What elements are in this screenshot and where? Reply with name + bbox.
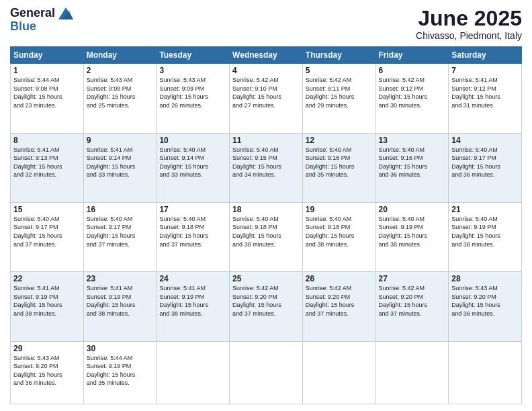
day-info: Sunrise: 5:43 AMSunset: 9:09 PMDaylight:… xyxy=(87,76,154,109)
col-monday: Monday xyxy=(83,47,157,64)
table-row: 27Sunrise: 5:42 AMSunset: 9:20 PMDayligh… xyxy=(375,272,449,341)
table-row: 4Sunrise: 5:42 AMSunset: 9:10 PMDaylight… xyxy=(230,64,303,133)
day-info: Sunrise: 5:42 AMSunset: 9:12 PMDaylight:… xyxy=(379,76,446,109)
day-number: 22 xyxy=(13,274,81,283)
day-info: Sunrise: 5:41 AMSunset: 9:19 PMDaylight:… xyxy=(13,284,81,318)
day-number: 25 xyxy=(232,274,300,283)
day-number: 6 xyxy=(379,66,446,75)
day-info: Sunrise: 5:40 AMSunset: 9:14 PMDaylight:… xyxy=(159,146,226,179)
table-row: 28Sunrise: 5:43 AMSunset: 9:20 PMDayligh… xyxy=(449,272,522,341)
day-info: Sunrise: 5:40 AMSunset: 9:17 PMDaylight:… xyxy=(13,215,81,248)
col-wednesday: Wednesday xyxy=(230,47,303,64)
day-number: 28 xyxy=(451,274,519,283)
day-info: Sunrise: 5:42 AMSunset: 9:11 PMDaylight:… xyxy=(306,76,373,109)
table-row xyxy=(157,341,230,404)
day-info: Sunrise: 5:40 AMSunset: 9:17 PMDaylight:… xyxy=(451,146,519,179)
day-number: 8 xyxy=(13,136,81,145)
table-row: 5Sunrise: 5:42 AMSunset: 9:11 PMDaylight… xyxy=(302,64,375,133)
day-info: Sunrise: 5:40 AMSunset: 9:15 PMDaylight:… xyxy=(232,146,300,179)
table-row: 1Sunrise: 5:44 AMSunset: 9:08 PMDaylight… xyxy=(11,64,84,133)
day-number: 14 xyxy=(451,136,519,145)
table-row xyxy=(302,341,375,404)
table-row: 18Sunrise: 5:40 AMSunset: 9:18 PMDayligh… xyxy=(230,202,303,271)
col-tuesday: Tuesday xyxy=(157,47,230,64)
table-row: 11Sunrise: 5:40 AMSunset: 9:15 PMDayligh… xyxy=(230,133,303,202)
logo-icon xyxy=(58,7,73,19)
day-info: Sunrise: 5:43 AMSunset: 9:20 PMDaylight:… xyxy=(451,284,519,318)
day-info: Sunrise: 5:41 AMSunset: 9:14 PMDaylight:… xyxy=(87,146,154,179)
calendar-week-row: 22Sunrise: 5:41 AMSunset: 9:19 PMDayligh… xyxy=(11,272,522,341)
table-row: 12Sunrise: 5:40 AMSunset: 9:16 PMDayligh… xyxy=(302,133,375,202)
table-row: 30Sunrise: 5:44 AMSunset: 9:19 PMDayligh… xyxy=(83,341,157,404)
day-number: 16 xyxy=(87,205,154,214)
col-sunday: Sunday xyxy=(11,47,84,64)
table-row: 8Sunrise: 5:41 AMSunset: 9:13 PMDaylight… xyxy=(11,133,84,202)
logo: General Blue xyxy=(10,7,73,34)
day-info: Sunrise: 5:42 AMSunset: 9:20 PMDaylight:… xyxy=(379,284,446,318)
table-row: 24Sunrise: 5:41 AMSunset: 9:19 PMDayligh… xyxy=(157,272,230,341)
calendar-header-row: Sunday Monday Tuesday Wednesday Thursday… xyxy=(11,47,522,64)
day-number: 9 xyxy=(87,136,154,145)
day-number: 13 xyxy=(379,136,446,145)
table-row xyxy=(230,341,303,404)
table-row: 9Sunrise: 5:41 AMSunset: 9:14 PMDaylight… xyxy=(83,133,157,202)
day-number: 19 xyxy=(306,205,373,214)
day-number: 30 xyxy=(87,344,154,353)
table-row xyxy=(449,341,522,404)
day-info: Sunrise: 5:42 AMSunset: 9:20 PMDaylight:… xyxy=(232,284,300,318)
day-number: 3 xyxy=(159,66,226,75)
col-saturday: Saturday xyxy=(449,47,522,64)
day-number: 17 xyxy=(159,205,226,214)
table-row: 25Sunrise: 5:42 AMSunset: 9:20 PMDayligh… xyxy=(230,272,303,341)
day-number: 12 xyxy=(306,136,373,145)
month-title: June 2025 xyxy=(416,7,522,30)
location: Chivasso, Piedmont, Italy xyxy=(416,30,522,41)
day-number: 24 xyxy=(159,274,226,283)
calendar-week-row: 1Sunrise: 5:44 AMSunset: 9:08 PMDaylight… xyxy=(11,64,522,133)
day-info: Sunrise: 5:41 AMSunset: 9:19 PMDaylight:… xyxy=(87,284,154,318)
header: General Blue June 2025 Chivasso, Piedmon… xyxy=(10,7,522,41)
day-info: Sunrise: 5:42 AMSunset: 9:10 PMDaylight:… xyxy=(232,76,300,109)
day-info: Sunrise: 5:40 AMSunset: 9:18 PMDaylight:… xyxy=(232,215,300,248)
logo-general: General xyxy=(10,7,73,20)
day-info: Sunrise: 5:41 AMSunset: 9:19 PMDaylight:… xyxy=(159,284,226,318)
calendar-week-row: 29Sunrise: 5:43 AMSunset: 9:20 PMDayligh… xyxy=(11,341,522,404)
table-row: 3Sunrise: 5:43 AMSunset: 9:09 PMDaylight… xyxy=(157,64,230,133)
day-info: Sunrise: 5:40 AMSunset: 9:18 PMDaylight:… xyxy=(159,215,226,248)
day-number: 4 xyxy=(232,66,300,75)
table-row: 22Sunrise: 5:41 AMSunset: 9:19 PMDayligh… xyxy=(11,272,84,341)
table-row: 17Sunrise: 5:40 AMSunset: 9:18 PMDayligh… xyxy=(157,202,230,271)
day-number: 27 xyxy=(379,274,446,283)
day-info: Sunrise: 5:40 AMSunset: 9:16 PMDaylight:… xyxy=(379,146,446,179)
table-row xyxy=(375,341,449,404)
day-info: Sunrise: 5:41 AMSunset: 9:12 PMDaylight:… xyxy=(451,76,519,109)
day-number: 5 xyxy=(306,66,373,75)
table-row: 14Sunrise: 5:40 AMSunset: 9:17 PMDayligh… xyxy=(449,133,522,202)
day-info: Sunrise: 5:41 AMSunset: 9:13 PMDaylight:… xyxy=(13,146,81,179)
col-thursday: Thursday xyxy=(302,47,375,64)
table-row: 10Sunrise: 5:40 AMSunset: 9:14 PMDayligh… xyxy=(157,133,230,202)
day-info: Sunrise: 5:40 AMSunset: 9:16 PMDaylight:… xyxy=(306,146,373,179)
day-number: 23 xyxy=(87,274,154,283)
day-info: Sunrise: 5:43 AMSunset: 9:09 PMDaylight:… xyxy=(159,76,226,109)
table-row: 26Sunrise: 5:42 AMSunset: 9:20 PMDayligh… xyxy=(302,272,375,341)
logo-blue: Blue xyxy=(10,20,73,34)
table-row: 20Sunrise: 5:40 AMSunset: 9:19 PMDayligh… xyxy=(375,202,449,271)
day-number: 7 xyxy=(451,66,519,75)
col-friday: Friday xyxy=(375,47,449,64)
table-row: 19Sunrise: 5:40 AMSunset: 9:18 PMDayligh… xyxy=(302,202,375,271)
day-number: 21 xyxy=(451,205,519,214)
day-info: Sunrise: 5:40 AMSunset: 9:19 PMDaylight:… xyxy=(379,215,446,248)
day-number: 2 xyxy=(87,66,154,75)
day-info: Sunrise: 5:42 AMSunset: 9:20 PMDaylight:… xyxy=(306,284,373,318)
day-info: Sunrise: 5:44 AMSunset: 9:19 PMDaylight:… xyxy=(87,354,154,387)
day-number: 26 xyxy=(306,274,373,283)
table-row: 29Sunrise: 5:43 AMSunset: 9:20 PMDayligh… xyxy=(11,341,84,404)
calendar: Sunday Monday Tuesday Wednesday Thursday… xyxy=(10,46,522,404)
day-info: Sunrise: 5:40 AMSunset: 9:18 PMDaylight:… xyxy=(306,215,373,248)
table-row: 13Sunrise: 5:40 AMSunset: 9:16 PMDayligh… xyxy=(375,133,449,202)
table-row: 7Sunrise: 5:41 AMSunset: 9:12 PMDaylight… xyxy=(449,64,522,133)
day-info: Sunrise: 5:44 AMSunset: 9:08 PMDaylight:… xyxy=(13,76,81,109)
calendar-week-row: 8Sunrise: 5:41 AMSunset: 9:13 PMDaylight… xyxy=(11,133,522,202)
day-info: Sunrise: 5:43 AMSunset: 9:20 PMDaylight:… xyxy=(13,354,81,387)
